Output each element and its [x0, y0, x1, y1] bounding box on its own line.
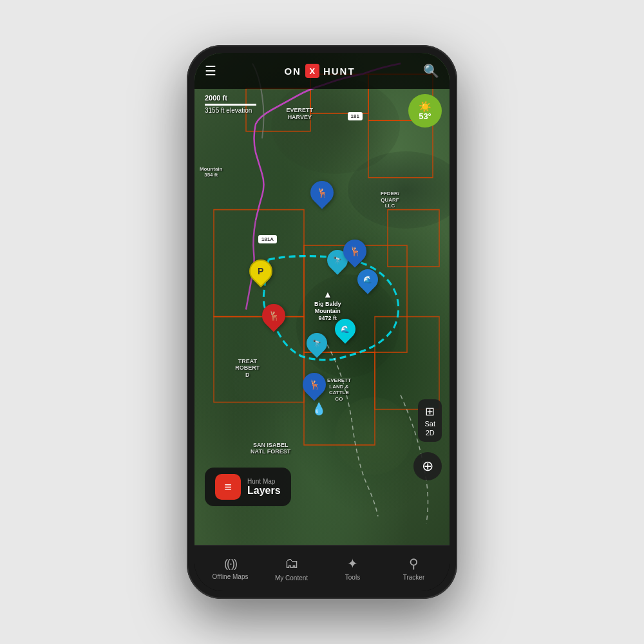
tracker-label: Tracker [403, 574, 425, 581]
logo-x-badge: X [305, 64, 319, 78]
land-label-everett-cattle: EVERETT LAND & CATTLE CO [327, 377, 351, 402]
bottom-navigation: ((·)) Offline Maps 🗂 My Content ✦ Tools … [194, 545, 450, 591]
tools-icon: ✦ [347, 556, 358, 571]
map-type-2d-label: 2D [426, 429, 435, 437]
search-button[interactable]: 🔍 [423, 63, 439, 79]
road-marker-181: 181 [348, 112, 363, 120]
road-marker-181a: 181A [258, 235, 277, 243]
layers-main-label: Layers [247, 485, 281, 497]
my-content-icon: 🗂 [285, 555, 299, 572]
logo-hunt-text: HUNT [323, 66, 355, 77]
offline-maps-label: Offline Maps [213, 573, 249, 580]
nav-item-offline-maps[interactable]: ((·)) Offline Maps [200, 552, 261, 585]
map-type-button[interactable]: ⊞ Sat 2D [418, 399, 442, 442]
scale-label: 2000 ft [205, 94, 256, 102]
layers-subtitle: Hunt Map [247, 478, 281, 485]
scale-line [205, 104, 256, 106]
tracker-icon: ⚲ [409, 556, 419, 571]
mountain-label-big-baldy: ▲ Big BaldyMountain9472 ft [314, 289, 341, 321]
map-type-icon: ⊞ [425, 404, 435, 419]
svg-rect-6 [388, 210, 439, 267]
weather-widget[interactable]: ☀️ 53° [408, 94, 442, 128]
elevation-display: 3155 ft elevation [205, 107, 256, 114]
water-droplet: 💧 [312, 402, 326, 416]
land-label-everett-harvey: EVERETT HARVEY [287, 107, 314, 121]
nav-item-my-content[interactable]: 🗂 My Content [261, 550, 322, 587]
land-label-treat: TREAT ROBERT D [235, 358, 260, 379]
pin-water-1[interactable]: 🌊 [357, 269, 378, 290]
land-label-ffder: FFDER/ QUARF LLC [381, 191, 399, 209]
land-label-mountain: Mountain 354 ft [200, 166, 223, 178]
pin-deer-red[interactable]: 🦌 [262, 304, 285, 327]
tools-label: Tools [345, 574, 360, 581]
app-logo: ON X HUNT [284, 64, 355, 78]
weather-temperature: 53° [419, 112, 431, 120]
map-type-sat-label: Sat [424, 420, 435, 428]
weather-icon: ☀️ [419, 102, 431, 112]
top-navigation-bar: ☰ ON X HUNT 🔍 [194, 53, 450, 89]
phone-frame: ☰ ON X HUNT 🔍 2000 ft 3155 ft elevation … [187, 45, 457, 599]
scale-bar: 2000 ft 3155 ft elevation [205, 94, 256, 114]
pin-water-2[interactable]: 🌊 [335, 319, 355, 339]
offline-maps-icon: ((·)) [224, 557, 236, 571]
compass-button[interactable]: ⊕ [413, 452, 442, 480]
layers-stack-icon: ≡ [224, 480, 232, 495]
layers-text-area: Hunt Map Layers [247, 478, 281, 497]
mountain-icon: ▲ [314, 289, 341, 299]
land-label-san-isabel: SAN ISABEL NATL FOREST [251, 442, 290, 456]
nav-item-tracker[interactable]: ⚲ Tracker [383, 551, 444, 586]
pin-deer-blue-3[interactable]: 🦌 [303, 373, 326, 396]
pin-deer-blue-2[interactable]: 🦌 [343, 240, 366, 263]
pin-deer-blue-1[interactable]: 🦌 [310, 181, 334, 204]
hunt-layers-button[interactable]: ≡ Hunt Map Layers [205, 468, 291, 506]
layers-icon-box: ≡ [215, 474, 241, 500]
map-area[interactable]: ☰ ON X HUNT 🔍 2000 ft 3155 ft elevation … [194, 53, 450, 545]
menu-button[interactable]: ☰ [205, 63, 216, 79]
my-content-label: My Content [275, 574, 308, 582]
phone-screen: ☰ ON X HUNT 🔍 2000 ft 3155 ft elevation … [194, 53, 450, 591]
pin-bino-cyan[interactable]: 🔭 [307, 333, 327, 354]
pin-parking[interactable]: P [249, 260, 272, 283]
nav-item-tools[interactable]: ✦ Tools [322, 551, 383, 586]
logo-on-text: ON [284, 66, 301, 77]
svg-rect-3 [368, 120, 433, 178]
compass-icon: ⊕ [422, 458, 433, 475]
